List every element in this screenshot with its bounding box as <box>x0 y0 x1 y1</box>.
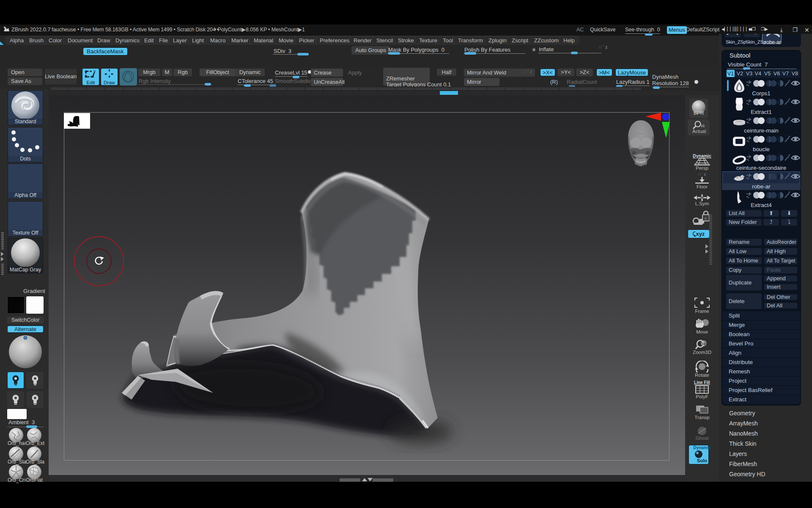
svg-text:BPR: BPR <box>694 110 704 116</box>
svg-text:3D: 3D <box>702 342 707 346</box>
svg-text:x1: x1 <box>701 124 705 128</box>
svg-text:C: C <box>705 217 707 221</box>
